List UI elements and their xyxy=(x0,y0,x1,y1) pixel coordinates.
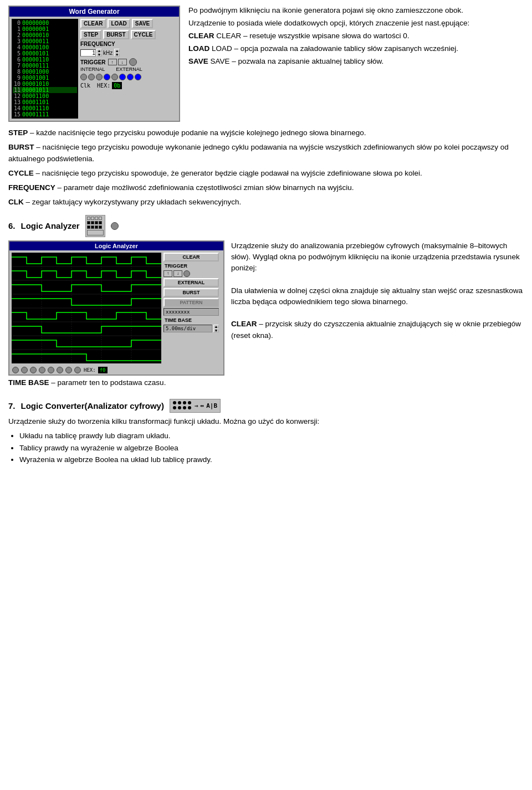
la-bottom-bar: HEX: f0 xyxy=(9,366,223,375)
freq-input[interactable]: 1 xyxy=(80,49,96,57)
wg-row-11[interactable]: 1100001011 xyxy=(13,87,77,93)
wg-row-3[interactable]: 300000011 xyxy=(13,38,77,44)
wg-row-6[interactable]: 600000110 xyxy=(13,57,77,63)
la-timebase-value: 5.00ms/div xyxy=(163,325,212,332)
cycle-button[interactable]: CYCLE xyxy=(131,30,156,39)
wg-row-4[interactable]: 400000100 xyxy=(13,44,77,50)
wg-btn-row2: STEP BURST CYCLE xyxy=(80,30,177,39)
text-load: LOAD LOAD – opcja pozwala na załadowanie… xyxy=(188,44,524,54)
save-button[interactable]: SAVE xyxy=(132,19,154,28)
clk-text: CLK – zegar taktujący wykorzystywany prz… xyxy=(8,197,524,208)
la-right-panel: CLEAR TRIGGER ↑ ↓ EXTERNAL BURST PATTERN… xyxy=(163,253,219,363)
wg-row-0[interactable]: 000000000 xyxy=(13,20,77,26)
la-icon-circle xyxy=(111,222,119,230)
wg-trigger-row: TRIGGER ↑ ↓ xyxy=(80,58,177,66)
wg-circle-1 xyxy=(88,74,95,80)
la-trigger-icon-rising[interactable]: ↑ xyxy=(163,270,172,277)
burst-button[interactable]: BURST xyxy=(103,30,129,39)
step-button[interactable]: STEP xyxy=(80,30,101,39)
freq-down-arrow[interactable]: ▼ xyxy=(96,53,102,57)
la-trigger-label: TRIGGER xyxy=(163,263,219,269)
la-external-button[interactable]: EXTERNAL xyxy=(163,278,219,287)
wg-row-13[interactable]: 1300001101 xyxy=(13,99,77,105)
la-circle-1 xyxy=(21,367,28,373)
la-body: CLEAR TRIGGER ↑ ↓ EXTERNAL BURST PATTERN… xyxy=(9,250,223,366)
lc-bullet-list: Układu na tablicę prawdy lub diagram ukł… xyxy=(19,431,524,466)
lc-icon-arrow1: ⇒ xyxy=(195,402,198,409)
burst-text: BURST – naciśnięcie tego przycisku powod… xyxy=(8,142,524,165)
wg-row-5[interactable]: 500000101 xyxy=(13,50,77,57)
lc-icon-ab: A|B xyxy=(206,402,217,409)
la-timebase-down[interactable]: ▼ xyxy=(213,329,219,332)
cycle-text: CYCLE – naciśnięcie tego przycisku spowo… xyxy=(8,168,524,179)
la-hex-value: f0 xyxy=(98,367,108,373)
wg-row-7[interactable]: 700000111 xyxy=(13,63,77,69)
lc-icon-arrow2: ↔ xyxy=(201,402,204,409)
la-pattern-button[interactable]: PATTERN xyxy=(163,298,219,307)
la-clear-text: CLEAR – przycisk służy do czyszczenia ak… xyxy=(231,319,524,341)
wg-row-15[interactable]: 1500001111 xyxy=(13,111,77,117)
wg-freq-row: FREQUENCY xyxy=(80,41,177,47)
wg-bottom-row xyxy=(80,74,177,80)
load-button[interactable]: LOAD xyxy=(108,19,130,28)
wg-row-1[interactable]: 100000001 xyxy=(13,26,77,32)
freq-unit-spinbox[interactable]: ▲ ▼ xyxy=(114,49,120,57)
la-circle-2 xyxy=(30,367,37,373)
lc-bullet-1: Układu na tablicę prawdy lub diagram ukł… xyxy=(19,431,524,442)
clear-button[interactable]: CLEAR xyxy=(80,19,106,28)
wg-row-10[interactable]: 1000001010 xyxy=(13,81,77,87)
la-circle-3 xyxy=(39,367,45,373)
wg-circle-0 xyxy=(80,74,87,80)
la-trigger-icon-falling[interactable]: ↓ xyxy=(173,270,182,277)
text-intro: Po podwójnym kliknięciu na ikonie genera… xyxy=(188,6,524,16)
wg-row-8[interactable]: 800001000 xyxy=(13,69,77,75)
lc-bullet-2: Tablicy prawdy na wyrażenie w algebrze B… xyxy=(19,443,524,454)
wg-btn-row1: CLEAR LOAD SAVE xyxy=(80,19,177,28)
la-trigger-icons-row: ↑ ↓ xyxy=(163,270,219,277)
la-clear-button[interactable]: CLEAR xyxy=(163,253,219,261)
wg-row-12[interactable]: 1200001100 xyxy=(13,93,77,99)
la-titlebar: Logic Analyzer xyxy=(9,242,223,250)
wg-hex-value: 0b xyxy=(112,82,122,89)
text-urz: Urządzenie to posiada wiele dodatkowych … xyxy=(188,18,524,29)
lc-text-block: Urządzenie służy do tworzenia kilku tran… xyxy=(8,416,524,465)
wg-row-9[interactable]: 900001001 xyxy=(13,75,77,81)
la-timebase-arrows[interactable]: ▲ ▼ xyxy=(213,325,219,332)
la-icon xyxy=(85,215,105,237)
text-save: SAVE SAVE – pozwala na zapisanie aktualn… xyxy=(188,57,524,67)
section7-number: 7. xyxy=(8,401,16,411)
freq-spinbox[interactable]: 1 ▲ ▼ xyxy=(80,49,102,57)
wg-circle-5 xyxy=(119,74,126,80)
section7-label: Logic Converter(Analizator cyfrowy) xyxy=(21,401,164,411)
la-trigger-circle xyxy=(183,270,190,277)
wg-row-14[interactable]: 1400001110 xyxy=(13,105,77,111)
section6-number: 6. xyxy=(8,221,16,230)
trigger-icon-falling[interactable]: ↓ xyxy=(118,59,127,65)
la-circle-5 xyxy=(57,367,63,373)
internal-label: INTERNAL xyxy=(80,66,105,72)
wg-titlebar: Word Generator xyxy=(9,7,179,17)
wg-clk-label: Clk xyxy=(80,83,90,89)
lc-dots xyxy=(173,401,192,411)
wg-row-2[interactable]: 200000010 xyxy=(13,32,77,38)
wg-int-ext-row: INTERNAL EXTERNAL xyxy=(80,66,177,72)
wg-table: 0000000001000000012000000103000000114000… xyxy=(12,19,78,119)
la-left-col: Logic Analyzer xyxy=(8,240,224,393)
freq-up-arrow[interactable]: ▲ xyxy=(96,49,102,53)
la-waveform-svg xyxy=(12,253,161,363)
unit-down-arrow[interactable]: ▼ xyxy=(114,53,120,57)
step-text: STEP – każde naciśnięcie tego przycisku … xyxy=(8,127,524,138)
lc-icon: ⇒ ↔ A|B xyxy=(170,399,221,413)
wg-hex-label: HEX: xyxy=(97,83,110,89)
external-label: EXTERNAL xyxy=(116,66,142,72)
la-section-container: Logic Analyzer xyxy=(8,240,524,393)
wg-output-circles xyxy=(80,74,141,80)
trigger-icon-rising[interactable]: ↑ xyxy=(108,59,117,65)
la-timebase-up[interactable]: ▲ xyxy=(213,325,219,329)
la-dla-text: Dla ułatwienia w dolnej części okna znaj… xyxy=(231,285,524,308)
la-burst-button[interactable]: BURST xyxy=(163,288,219,297)
wg-description: Po podwójnym kliknięciu na ikonie genera… xyxy=(188,6,524,122)
unit-up-arrow[interactable]: ▲ xyxy=(114,49,120,53)
trigger-label: TRIGGER xyxy=(80,59,106,65)
word-generator-window: Word Generator 0000000001000000012000000… xyxy=(8,6,180,122)
